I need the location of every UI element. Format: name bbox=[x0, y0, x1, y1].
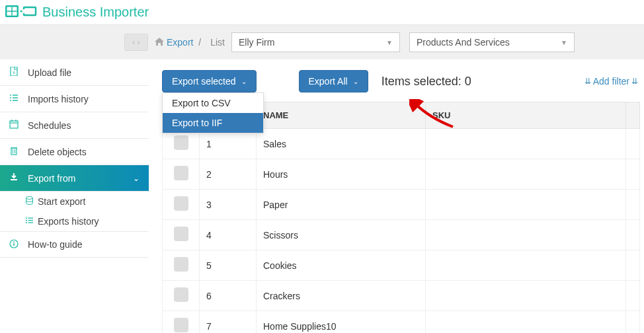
entity-type-select-value: Products And Services bbox=[417, 37, 510, 48]
row-number-cell: 2 bbox=[200, 159, 257, 190]
row-extra-cell bbox=[626, 129, 640, 159]
add-filter-label: Add filter bbox=[593, 76, 629, 87]
dropdown-item-export-csv[interactable]: Export to CSV bbox=[163, 93, 263, 113]
row-checkbox-cell bbox=[163, 311, 200, 334]
table-row[interactable]: 5Cookies bbox=[163, 250, 640, 281]
double-arrow-down-icon: ⇊ bbox=[631, 77, 638, 86]
add-filter-link[interactable]: ⇊ Add filter ⇊ bbox=[583, 76, 640, 87]
sidebar: x Upload file Imports history Schedules … bbox=[0, 59, 149, 333]
dropdown-item-export-iif[interactable]: Export to IIF bbox=[163, 113, 263, 133]
chevron-down-icon: ⌄ bbox=[241, 78, 247, 85]
checkbox[interactable] bbox=[174, 318, 188, 332]
table-row[interactable]: 7Home Supplies10 bbox=[163, 311, 640, 334]
table-row[interactable]: 3Paper bbox=[163, 190, 640, 220]
table-header-sku[interactable]: SKU bbox=[426, 102, 626, 129]
row-checkbox-cell bbox=[163, 250, 200, 281]
sidebar-item-export-from[interactable]: Export from ⌄ bbox=[0, 165, 149, 192]
items-selected-text: Items selected: 0 bbox=[382, 75, 471, 89]
calendar-icon bbox=[9, 120, 22, 131]
row-number-cell: 5 bbox=[200, 250, 257, 281]
trash-icon bbox=[9, 146, 22, 157]
file-icon: x bbox=[9, 67, 22, 78]
table-header-name[interactable]: NAME bbox=[257, 102, 426, 129]
firm-select-value: Elly Firm bbox=[239, 37, 274, 48]
dropdown-item-label: Export to IIF bbox=[172, 118, 222, 128]
row-name-cell: Crackers bbox=[257, 281, 426, 311]
row-number-cell: 7 bbox=[200, 311, 257, 334]
database-icon bbox=[25, 196, 34, 207]
row-sku-cell bbox=[426, 220, 626, 250]
row-name-cell: Home Supplies10 bbox=[257, 311, 426, 334]
row-extra-cell bbox=[626, 190, 640, 220]
brand-title: Business Importer bbox=[42, 5, 149, 20]
checkbox[interactable] bbox=[174, 227, 188, 241]
sidebar-item-label: Upload file bbox=[28, 67, 71, 78]
svg-point-4 bbox=[20, 11, 22, 13]
entity-type-select[interactable]: Products And Services ▼ bbox=[409, 32, 575, 52]
breadcrumb-row: ‹ › Export / List Elly Firm ▼ Products A… bbox=[0, 25, 644, 59]
sidebar-item-label: How-to guide bbox=[28, 239, 83, 250]
sidebar-sub-exports-history[interactable]: Exports history bbox=[0, 211, 149, 231]
row-number-cell: 6 bbox=[200, 281, 257, 311]
row-sku-cell bbox=[426, 250, 626, 281]
row-sku-cell bbox=[426, 311, 626, 334]
sidebar-sub-label: Exports history bbox=[38, 216, 99, 227]
svg-point-23 bbox=[26, 197, 33, 200]
row-checkbox-cell bbox=[163, 281, 200, 311]
checkbox[interactable] bbox=[174, 135, 188, 150]
breadcrumb-export-link[interactable]: Export bbox=[167, 37, 193, 48]
row-checkbox-cell bbox=[163, 190, 200, 220]
row-extra-cell bbox=[626, 281, 640, 311]
row-number-cell: 3 bbox=[200, 190, 257, 220]
export-selected-dropdown: Export to CSV Export to IIF bbox=[162, 92, 264, 133]
history-nav-buttons[interactable]: ‹ › bbox=[124, 34, 148, 51]
sidebar-item-how-to-guide[interactable]: How-to guide bbox=[0, 231, 149, 258]
data-table: # NAME SKU 1Sales2Hours3Paper4Scissors5C… bbox=[162, 102, 640, 333]
sidebar-item-upload-file[interactable]: x Upload file bbox=[0, 59, 149, 86]
row-extra-cell bbox=[626, 250, 640, 281]
sidebar-item-label: Export from bbox=[28, 173, 75, 184]
table-header-extra bbox=[626, 102, 640, 129]
chevron-down-icon: ▼ bbox=[386, 39, 393, 46]
sidebar-sub-label: Start export bbox=[38, 196, 85, 207]
checkbox[interactable] bbox=[174, 257, 188, 272]
content-area: Export selected ⌄ Export to CSV Export t… bbox=[149, 59, 644, 333]
info-icon bbox=[9, 239, 22, 250]
checkbox[interactable] bbox=[174, 196, 188, 211]
row-extra-cell bbox=[626, 311, 640, 334]
svg-rect-15 bbox=[10, 121, 18, 128]
row-name-cell: Scissors bbox=[257, 220, 426, 250]
toolbar: Export selected ⌄ Export to CSV Export t… bbox=[162, 70, 640, 92]
list-icon bbox=[25, 216, 34, 227]
svg-rect-6 bbox=[23, 9, 26, 13]
svg-rect-19 bbox=[11, 148, 17, 155]
sidebar-item-delete-objects[interactable]: Delete objects bbox=[0, 139, 149, 165]
checkbox[interactable] bbox=[174, 287, 188, 302]
chevron-down-icon: ▼ bbox=[561, 39, 567, 46]
checkbox[interactable] bbox=[174, 166, 188, 180]
export-selected-button[interactable]: Export selected ⌄ bbox=[162, 70, 257, 92]
export-all-button[interactable]: Export All ⌄ bbox=[299, 70, 368, 92]
row-extra-cell bbox=[626, 159, 640, 190]
home-icon[interactable] bbox=[155, 37, 164, 48]
sidebar-item-schedules[interactable]: Schedules bbox=[0, 112, 149, 139]
row-name-cell: Cookies bbox=[257, 250, 426, 281]
svg-point-32 bbox=[13, 241, 15, 242]
firm-select[interactable]: Elly Firm ▼ bbox=[231, 32, 400, 52]
button-label: Export All bbox=[309, 76, 348, 87]
sidebar-item-label: Delete objects bbox=[28, 147, 87, 157]
sidebar-item-imports-history[interactable]: Imports history bbox=[0, 86, 149, 112]
breadcrumb-separator: / bbox=[196, 37, 204, 48]
row-checkbox-cell bbox=[163, 159, 200, 190]
breadcrumb-list-label: List bbox=[210, 37, 225, 48]
sidebar-sub-start-export[interactable]: Start export bbox=[0, 192, 149, 211]
row-name-cell: Sales bbox=[257, 129, 426, 159]
table-row[interactable]: 4Scissors bbox=[163, 220, 640, 250]
brand-bar: Business Importer bbox=[0, 0, 644, 25]
table-row[interactable]: 2Hours bbox=[163, 159, 640, 190]
button-label: Export selected bbox=[172, 76, 236, 87]
row-sku-cell bbox=[426, 190, 626, 220]
row-name-cell: Paper bbox=[257, 190, 426, 220]
table-row[interactable]: 6Crackers bbox=[163, 281, 640, 311]
chevron-down-icon: ⌄ bbox=[353, 78, 358, 85]
